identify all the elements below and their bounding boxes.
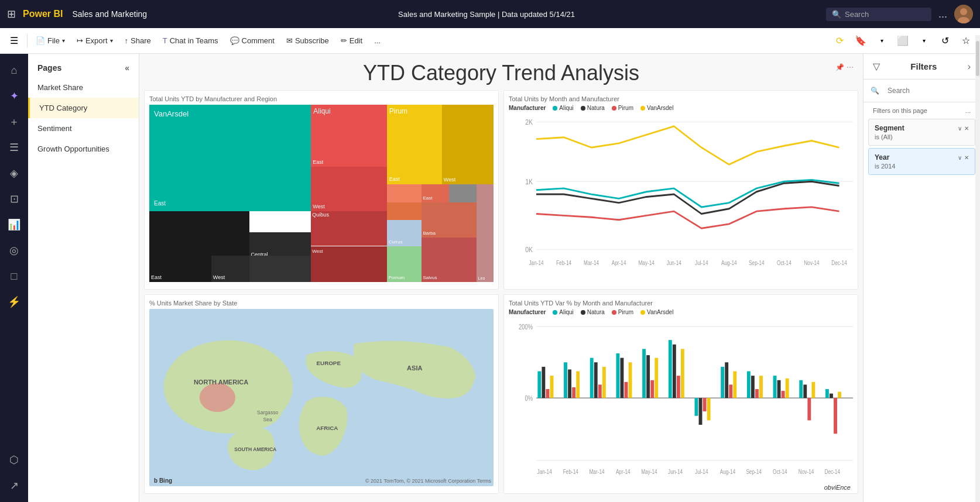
svg-rect-70 [755,389,759,398]
map-container[interactable]: NORTH AMERICA EUROPE ASIA AFRICA SOUTH A… [149,309,494,486]
favorite-icon[interactable]: ☆ [957,32,975,50]
external-link-icon[interactable]: ↗ [2,474,26,497]
share-button[interactable]: ↑ Share [120,34,156,47]
svg-rect-58 [677,376,680,398]
svg-text:May-14: May-14 [638,260,654,266]
svg-rect-42 [572,387,575,398]
svg-text:Mar-14: Mar-14 [590,468,605,475]
svg-text:Oct-14: Oct-14 [777,260,791,266]
filters-expand-icon[interactable]: › [968,61,971,72]
home-icon[interactable]: ⌂ [2,59,26,82]
topbar: ⊞ Power BI Sales and Marketing Sales and… [0,0,980,28]
apps-icon[interactable]: ⊡ [2,187,26,211]
realtime-icon[interactable]: ⚡ [2,290,26,314]
obviEnce-label: obviEnce [824,484,851,491]
browse-icon[interactable]: ☰ [2,136,26,159]
pin-icon[interactable]: 📌 [835,63,844,71]
edit-button[interactable]: ✏ Edit [336,34,367,47]
metrics-icon[interactable]: 📊 [2,213,26,236]
edit-icon: ✏ [341,36,347,45]
svg-rect-78 [807,398,811,420]
fit-page-icon[interactable]: ⬜ [893,32,912,50]
segment-clear-icon[interactable]: ✕ [964,125,969,132]
svg-rect-38 [546,389,550,398]
user-avatar[interactable] [954,5,973,23]
svg-rect-69 [751,376,755,398]
topbar-search[interactable]: 🔍 [826,8,931,21]
svg-text:Feb-14: Feb-14 [556,260,571,266]
svg-rect-60 [695,398,698,416]
waffle-icon[interactable]: ⊞ [7,8,16,20]
svg-text:Oct-14: Oct-14 [773,468,787,475]
svg-text:Jul-14: Jul-14 [695,468,708,475]
svg-rect-47 [602,367,606,398]
page-item-sentiment[interactable]: Sentiment [28,118,139,139]
export-button[interactable]: ↦ Export ▾ [72,34,118,47]
search-input[interactable] [845,10,926,19]
filter-card-segment[interactable]: Segment ∨ ✕ is (All) [868,119,975,146]
filter-card-year[interactable]: Year ∨ ✕ is 2014 [868,148,975,175]
chevron-down-icon2[interactable]: ▾ [914,32,933,50]
scrollbar-thumb[interactable] [976,41,979,76]
bookmark-icon[interactable]: 🔖 [851,32,870,50]
chevron-down-icon[interactable]: ▾ [872,32,891,50]
svg-rect-79 [811,382,815,398]
svg-rect-64 [721,367,724,398]
bar-legend-vanarsdel: VanArsdel [640,309,673,315]
collapse-icon[interactable]: « [125,63,129,73]
topbar-more-icon[interactable]: ... [938,8,947,20]
svg-text:0K: 0K [525,245,533,254]
onelake-icon[interactable]: ◈ [2,161,26,185]
pages-collapse-icon[interactable]: ☰ [5,32,23,50]
monitor-icon[interactable]: ◎ [2,239,26,262]
filters-search-input[interactable] [883,84,973,97]
learn-icon[interactable]: □ [2,264,26,288]
create-icon[interactable]: ＋ [2,110,26,133]
year-clear-icon[interactable]: ✕ [964,154,969,161]
svg-rect-81 [830,394,833,398]
toolbar: ☰ 📄 File ▾ ↦ Export ▾ ↑ Share T Chat in … [0,28,980,54]
more-chart-icon[interactable]: ⋯ [847,63,854,71]
refresh-icon[interactable]: ⟳ [830,32,849,50]
page-item-growth-opportunities[interactable]: Growth Opportunities [28,139,139,159]
pirum-dot [612,106,616,111]
bar-legend-natura: Natura [581,309,605,315]
svg-rect-45 [594,362,598,398]
line-chart-title: Total Units by Month and Manufacturer [509,95,853,102]
svg-rect-51 [629,362,632,398]
svg-rect-61 [699,398,703,425]
segment-chevron-icon[interactable]: ∨ [958,125,962,132]
aliqui-dot [553,106,557,111]
map-copyright[interactable]: © 2021 TomTom, © 2021 Microsoft Corporat… [365,478,491,484]
legend-aliqui: Aliqui [553,105,573,111]
page-item-ytd-category[interactable]: YTD Category [28,98,139,118]
left-sidebar: ⌂ ✦ ＋ ☰ ◈ ⊡ 📊 ◎ □ ⚡ ⬡ ↗ [0,54,28,502]
filter-card-year-header: Year ∨ ✕ [875,153,969,161]
svg-rect-44 [590,358,594,398]
treemap[interactable]: VanArsdel East Natura Central East West [149,105,494,282]
svg-rect-40 [564,362,567,398]
toolbar-right-icons: ⟳ 🔖 ▾ ⬜ ▾ ↺ ☆ [830,32,975,50]
map-svg: NORTH AMERICA EUROPE ASIA AFRICA SOUTH A… [149,309,494,486]
more-button[interactable]: ... [369,34,385,47]
segment-filter-value: is (All) [875,133,969,140]
svg-text:Jul-14: Jul-14 [695,260,708,266]
reset-icon[interactable]: ↺ [936,32,954,50]
filters-more-icon[interactable]: ... [965,107,971,114]
subscribe-button[interactable]: ✉ Subscribe [282,34,334,47]
filters-search[interactable]: 🔍 [864,80,980,102]
year-chevron-icon[interactable]: ∨ [958,154,962,161]
svg-rect-73 [777,380,781,398]
svg-text:0%: 0% [525,394,533,402]
svg-rect-62 [703,398,707,411]
svg-rect-72 [773,376,777,398]
svg-rect-43 [576,372,580,398]
comment-button[interactable]: 💬 Comment [225,34,279,47]
page-item-market-share[interactable]: Market Share [28,77,139,98]
file-button[interactable]: 📄 File ▾ [31,34,70,47]
chat-teams-button[interactable]: T Chat in Teams [158,34,223,47]
workspaces-icon[interactable]: ⬡ [2,448,26,472]
copilot-icon[interactable]: ✦ [2,84,26,108]
svg-rect-65 [725,362,728,398]
vertical-scrollbar[interactable] [975,35,980,502]
